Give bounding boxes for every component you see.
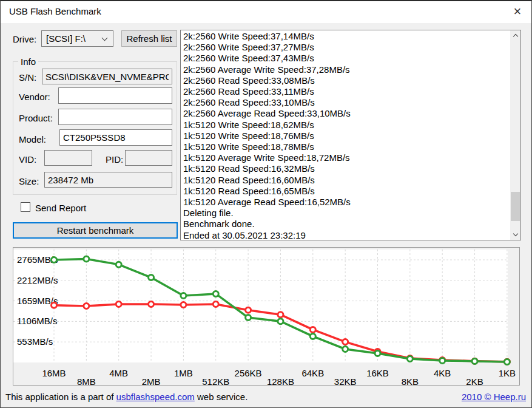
read-speed-marker [52, 257, 57, 263]
sn-label: S/N: [19, 72, 36, 83]
log-line: 2k:2560 Average Write Speed:37,28MB/s [183, 64, 510, 75]
log-line: 2k:2560 Read Speed:33,10MB/s [183, 97, 510, 108]
read-speed-marker [440, 358, 445, 363]
log-line: 1k:5120 Average Read Speed:16,52MB/s [183, 197, 510, 208]
send-report-checkbox[interactable] [21, 202, 30, 212]
log-line: 1k:5120 Read Speed:16,60MB/s [183, 175, 510, 186]
write-speed-marker [181, 302, 186, 307]
benchmark-chart-panel: 2765MB/s2212MB/s1659MB/s1106MB/s553MB/s1… [13, 247, 520, 386]
x-axis-label: 16KB [366, 368, 389, 378]
vendor-field[interactable] [58, 87, 172, 104]
read-speed-marker [504, 359, 510, 364]
footer-text: This application is a part of usbflashsp… [5, 392, 247, 402]
restart-benchmark-button[interactable]: Restart benchmark [13, 222, 178, 239]
read-speed-marker [310, 333, 315, 339]
scrollbar-down-button[interactable] [510, 229, 520, 240]
chevron-down-icon [102, 35, 108, 41]
y-axis-label: 2212MB/s [17, 275, 58, 285]
benchmark-chart: 2765MB/s2212MB/s1659MB/s1106MB/s553MB/s1… [13, 248, 519, 385]
log-line: 2k:2560 Read Speed:33,11MB/s [183, 86, 510, 97]
benchmark-log-panel: 2k:2560 Write Speed:37,14MB/s2k:2560 Wri… [180, 30, 521, 240]
x-axis-label: 16MB [42, 368, 66, 378]
log-line: 1k:5120 Write Speed:18,62MB/s [183, 120, 510, 131]
read-speed-marker [278, 319, 283, 324]
scrollbar-up-button[interactable] [510, 30, 520, 41]
log-line: 1k:5120 Read Speed:16,65MB/s [183, 186, 510, 197]
app-window: USB Flash Benchmark × Drive: [SCSI] F:\ … [0, 0, 532, 408]
write-speed-marker [343, 339, 348, 345]
close-button[interactable]: × [503, 1, 531, 23]
x-axis-label: 1KB [499, 368, 516, 378]
refresh-list-button[interactable]: Refresh list [121, 30, 177, 47]
x-axis-label: 128KB [267, 376, 294, 385]
chevron-down-icon [513, 231, 517, 236]
log-line: 2k:2560 Average Read Speed:33,10MB/s [183, 108, 510, 119]
x-axis-label: 1MB [174, 368, 193, 378]
log-line: 1k:5120 Write Speed:18,78MB/s [183, 141, 510, 152]
footer-prefix: This application is a part of [5, 392, 116, 402]
read-speed-marker [116, 262, 121, 267]
pid-field[interactable] [125, 150, 172, 166]
usbflashspeed-link[interactable]: usbflashspeed.com [116, 392, 195, 402]
log-line: 1k:5120 Write Speed:18,76MB/s [183, 131, 510, 141]
x-axis-label: 8KB [402, 376, 419, 385]
drive-selected-value: [SCSI] F:\ [46, 33, 86, 44]
log-line: 2k:2560 Write Speed:37,43MB/s [183, 53, 510, 64]
read-speed-marker [343, 346, 348, 352]
read-speed-marker [246, 315, 251, 321]
model-field[interactable] [59, 129, 172, 146]
x-axis-label: 64KB [301, 368, 324, 378]
vid-field[interactable] [44, 150, 92, 166]
log-line: 1k:5120 Average Write Speed:18,72MB/s [183, 152, 510, 163]
read-speed-marker [375, 351, 380, 356]
write-speed-marker [246, 307, 251, 313]
x-axis-label: 2KB [466, 376, 483, 385]
x-axis-label: 4KB [434, 368, 451, 378]
read-speed-marker [149, 275, 154, 280]
size-field[interactable] [44, 172, 172, 188]
write-speed-marker [149, 302, 154, 307]
vendor-label: Vendor: [19, 92, 50, 102]
x-axis-label: 8MB [77, 376, 96, 385]
y-axis-label: 553MB/s [17, 336, 53, 347]
x-axis-label: 4MB [109, 368, 128, 378]
read-speed-marker [84, 256, 89, 262]
log-scrollbar[interactable] [510, 30, 520, 240]
log-line: Deleting file. [183, 208, 510, 219]
product-label: Product: [19, 113, 53, 123]
write-speed-marker [52, 302, 57, 308]
log-line: 2k:2560 Write Speed:37,27MB/s [183, 42, 510, 53]
chevron-up-icon [513, 34, 517, 39]
sn-field[interactable] [42, 69, 172, 84]
read-speed-marker [472, 358, 477, 364]
size-label: Size: [19, 176, 39, 186]
write-speed-marker [310, 327, 315, 332]
x-axis-label: 512KB [202, 376, 229, 385]
write-speed-marker [213, 302, 218, 307]
log-line: Ended at 30.05.2021 23:32:19 [183, 230, 510, 240]
scrollbar-thumb[interactable] [511, 192, 520, 221]
drive-label: Drive: [13, 34, 36, 44]
footer-suffix: web service. [195, 392, 248, 402]
read-speed-marker [213, 291, 218, 296]
vid-label: VID: [19, 154, 36, 165]
send-report-label: Send Report [35, 203, 86, 213]
read-speed-marker [181, 293, 186, 298]
y-axis-label: 1106MB/s [17, 316, 57, 326]
log-line: 2k:2560 Write Speed:37,14MB/s [183, 31, 510, 42]
log-line: 2k:2560 Read Speed:33,08MB/s [183, 75, 510, 86]
heep-ru-link[interactable]: 2010 © Heep.ru [462, 392, 526, 402]
drive-select[interactable]: [SCSI] F:\ [41, 30, 113, 47]
write-speed-marker [116, 302, 121, 307]
model-label: Model: [19, 134, 46, 144]
x-axis-label: 2MB [142, 376, 161, 385]
product-field[interactable] [58, 109, 172, 125]
write-speed-marker [278, 312, 283, 318]
log-text[interactable]: 2k:2560 Write Speed:37,14MB/s2k:2560 Wri… [181, 31, 510, 240]
title-bar: USB Flash Benchmark × [1, 1, 531, 23]
x-axis-label: 32KB [334, 376, 357, 385]
pid-label: PID: [106, 154, 123, 165]
write-speed-marker [84, 304, 89, 309]
window-title: USB Flash Benchmark [9, 6, 101, 16]
x-axis-label: 256KB [235, 368, 262, 378]
